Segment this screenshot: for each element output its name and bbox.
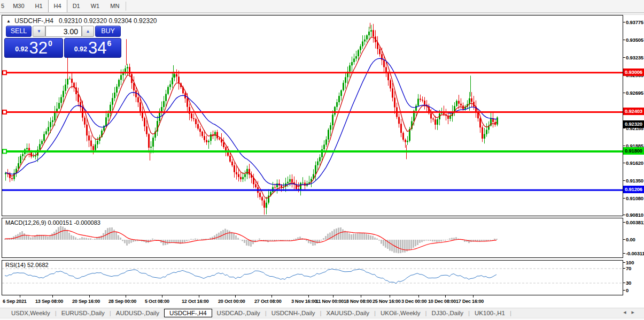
price-tick-dash [623, 128, 625, 128]
rsi-label: RSI(14) 52.0682 [5, 262, 49, 268]
tab-separator: | [265, 310, 267, 316]
time-tick-mark [162, 295, 162, 298]
time-tick-label: 3 Nov 16:00 [291, 299, 317, 304]
sell-price-box[interactable]: 0.92 32 0 [4, 38, 63, 58]
timeframe-button-h4[interactable]: H4 [48, 0, 67, 12]
time-tick-label: 17 Dec 16:00 [456, 299, 484, 304]
time-tick-mark [89, 295, 90, 298]
time-tick-mark [473, 295, 474, 298]
macd-tick-dash [623, 239, 625, 240]
time-tick-label: 20 Oct 00:00 [218, 299, 245, 304]
chart-tab-usdchf-h4[interactable]: USDCHF-,H4 [164, 309, 212, 317]
macd-label: MACD(12,26,9) 0.000151 -0.000083 [5, 219, 100, 226]
time-tick-label: 25 Nov 16:00 [373, 299, 401, 304]
tab-separator: | [510, 310, 511, 316]
chart-tab-xauusd-daily[interactable]: XAUUSD-,Daily [323, 309, 373, 317]
time-tick-label: 10 Dec 08:00 [428, 299, 456, 304]
buy-price-point: 6 [107, 39, 112, 48]
sell-button[interactable]: SELL [6, 26, 32, 37]
rsi-panel[interactable]: RSI(14) 52.0682 [2, 260, 623, 295]
timeframe-button-d1[interactable]: D1 [67, 0, 86, 12]
buy-price-box[interactable]: 0.92 34 6 [64, 38, 121, 58]
chart-tab-usdx-weekly[interactable]: USDX,Weekly [8, 309, 53, 317]
rsi-tick-label: 0 [626, 287, 629, 293]
volume-decrease-button[interactable]: ▼ [33, 26, 45, 37]
chart-tab-usdcnh-daily[interactable]: USDCNH-,Daily [268, 309, 319, 317]
price-tick-dash [623, 180, 625, 181]
price-tick-dash [623, 163, 625, 163]
rsi-chart[interactable] [2, 261, 623, 295]
time-tick-label: 6 Sep 2021 [3, 299, 27, 304]
tab-separator: | [374, 310, 376, 316]
timeframe-button-mn[interactable]: MN [105, 0, 125, 12]
price-tick-label: 0.91620 [626, 160, 643, 166]
tab-separator: | [425, 310, 427, 316]
price-tick-label: 0.93505 [626, 37, 643, 43]
level-price-tag: 0.91800 [623, 147, 644, 155]
chart-tab-dj30-daily[interactable]: DJ30-,Daily [429, 309, 467, 317]
chart-tab-audusd-daily[interactable]: AUDUSD-,Daily [113, 309, 162, 317]
time-axis: 6 Sep 202113 Sep 08:0020 Sep 16:0028 Sep… [2, 295, 623, 308]
time-tick-mark [199, 295, 199, 298]
rsi-tick-label: 70 [626, 265, 631, 271]
level-price-tag: 0.92403 [623, 108, 644, 115]
tab-scroll-left-icon[interactable]: ◀ [623, 310, 631, 314]
time-tick-label: 5 Oct 08:00 [145, 299, 169, 304]
timeframe-button-m30[interactable]: M30 [7, 0, 29, 12]
price-tick-dash [623, 198, 625, 199]
level-price-tag: 0.93006 [623, 68, 644, 76]
time-tick-mark [361, 295, 361, 298]
chart-tab-ukoil-weekly[interactable]: UKOil-,Weekly [377, 309, 424, 317]
time-tick-mark [333, 295, 333, 298]
buy-price-prefix: 0.92 [74, 45, 87, 53]
tab-separator: | [55, 310, 57, 316]
time-tick-mark [52, 295, 53, 298]
buy-button[interactable]: BUY [95, 26, 121, 37]
price-tick-label: 0.91080 [626, 195, 643, 201]
chart-tab-eurusd-daily[interactable]: EURUSD-,Daily [58, 309, 108, 317]
price-chart-panel[interactable]: ▲ USDCHF-,H4 0.92310 0.92320 0.92304 0.9… [2, 15, 623, 216]
timeframe-button-5[interactable]: 5 [0, 0, 7, 12]
level-price-tag: 0.91206 [623, 186, 644, 193]
macd-tick-label: -0.00311 [626, 250, 644, 256]
time-tick-mark [418, 295, 419, 298]
chart-tab-usdcad-daily[interactable]: USDCAD-,Daily [214, 309, 263, 317]
time-tick-label: 18 Nov 08:00 [344, 299, 372, 304]
timeframe-bar: 5M30H1H4D1W1MN [0, 0, 127, 12]
macd-tick-label: 0.003811 [626, 219, 644, 225]
price-tick-dash [623, 215, 625, 215]
time-tick-label: 11 Nov 00:00 [316, 299, 344, 304]
up-triangle-icon: ▲ [6, 19, 11, 24]
tab-scroll-right-icon[interactable]: ▶ [632, 310, 640, 314]
chart-ohlc-values: 0.92310 0.92320 0.92304 0.92320 [59, 17, 157, 25]
macd-panel[interactable]: MACD(12,26,9) 0.000151 -0.000083 [2, 218, 623, 258]
time-tick-mark [20, 295, 20, 298]
price-tick-label: 0.92695 [626, 90, 643, 96]
price-tick-dash [623, 146, 625, 146]
price-axis: 0.937750.935050.932350.929650.926950.921… [623, 15, 644, 308]
time-tick-mark [126, 295, 126, 298]
tab-separator: | [320, 310, 322, 316]
volume-input[interactable]: 3.00 [45, 26, 82, 37]
rsi-tick-label: 30 [626, 280, 631, 286]
volume-increase-button[interactable]: ▲ [82, 26, 94, 37]
rsi-tick-dash [623, 283, 625, 283]
price-tick-label: 0.93775 [626, 19, 643, 25]
chart-symbol: USDCHF-,H4 [14, 17, 53, 25]
rsi-tick-dash [623, 268, 625, 269]
price-tick-label: 0.90810 [626, 212, 643, 218]
price-tick-dash [623, 40, 625, 40]
rsi-tick-dash [623, 290, 625, 291]
price-tick-dash [623, 93, 625, 93]
buy-price-pips: 34 [88, 40, 106, 56]
time-tick-label: 27 Oct 08:00 [254, 299, 282, 304]
chart-tab-uk100-h1[interactable]: UK100-,H1 [471, 309, 508, 317]
tab-separator: | [468, 310, 470, 316]
timeframe-button-w1[interactable]: W1 [86, 0, 105, 12]
current-price-tag: 0.92320 [623, 120, 644, 128]
price-tick-dash [623, 22, 625, 22]
timeframe-toolbar: 5M30H1H4D1W1MN [0, 0, 644, 13]
macd-tick-dash [623, 253, 625, 254]
time-tick-label: 28 Sep 00:00 [108, 299, 136, 304]
timeframe-button-h1[interactable]: H1 [30, 0, 48, 12]
